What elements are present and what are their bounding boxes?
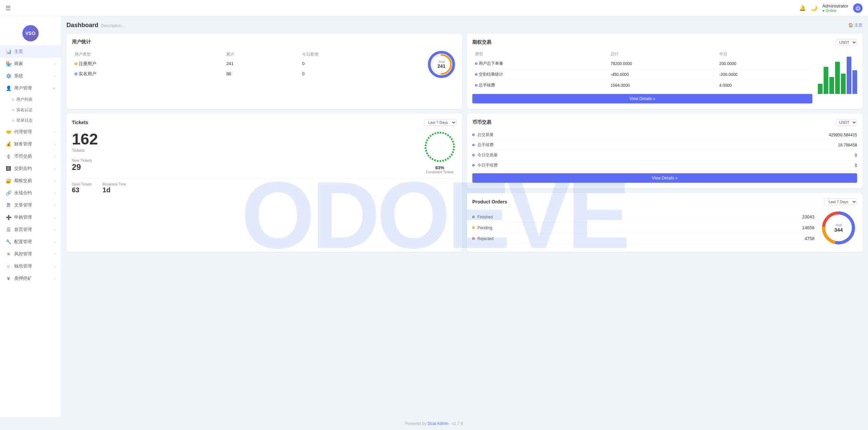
order-label: Pending — [477, 226, 800, 230]
sidebar-item-label: 交割合约 — [14, 165, 32, 172]
orders-total: 344 — [834, 227, 843, 233]
sidebar-item-futures[interactable]: 🔐 期权交易 › — [0, 175, 61, 187]
sidebar-item-perpetual[interactable]: 🔗 永续合约 › — [0, 187, 61, 199]
coin-row: 总交易量 429950.584415 — [472, 130, 857, 140]
topbar: ☰ 🔔 🌙 Administrator ● Online ⏻ — [0, 0, 868, 16]
coin-row: 今日手续费 0 — [472, 160, 857, 171]
apply-icon: ➕ — [5, 215, 12, 220]
user-total-cell: 241 — [223, 59, 299, 69]
logo-circle: VSO — [22, 25, 39, 41]
tickets-label: Tickets — [72, 148, 416, 153]
open-tickets-value: 63 — [72, 186, 92, 194]
sidebar-item-user-mgmt[interactable]: 👤 用户管理 ∨ — [0, 82, 61, 94]
bar — [847, 57, 851, 94]
dot-icon — [12, 120, 14, 122]
sidebar-item-wallet-mgmt[interactable]: ○ 钱包管理 › — [0, 260, 61, 272]
sidebar-item-config-mgmt[interactable]: 🔧 配置管理 › — [0, 236, 61, 248]
user-type-cell: 实名用户 — [72, 69, 223, 79]
coin-label: 总手续费 — [477, 142, 838, 148]
sidebar-item-risk-mgmt[interactable]: ≡ 风控管理 › — [0, 248, 61, 260]
content-icon: 🖹 — [5, 202, 12, 208]
sidebar-item-label: 期权交易 — [14, 178, 32, 184]
col-today: 今日 — [716, 50, 812, 58]
home-icon: ☰ — [5, 227, 12, 232]
sidebar-item-label: 财务管理 — [14, 141, 32, 147]
sidebar-subitem-login-log[interactable]: 登录日志 — [0, 115, 61, 126]
sidebar-subitem-label: 用户列表 — [16, 97, 33, 102]
menu-icon[interactable]: ☰ — [5, 4, 11, 12]
col-total: 总计 — [608, 50, 717, 58]
sidebar-subitem-label: 登录日志 — [16, 118, 33, 123]
sidebar-subitem-real-name[interactable]: 实名认证 — [0, 105, 61, 115]
sidebar-item-label: 永续合约 — [14, 190, 32, 196]
home-link[interactable]: 🏠 主页 — [848, 22, 863, 28]
chevron-right-icon: › — [54, 167, 55, 171]
chevron-right-icon: › — [54, 155, 55, 158]
coin-label: 今日交易量 — [477, 152, 855, 158]
coin-value: 429950.584415 — [829, 133, 857, 137]
coin-view-details-button[interactable]: View Details » — [472, 173, 857, 183]
sidebar-item-coin-trade[interactable]: ₿ 币币交易 › — [0, 150, 61, 162]
sidebar-item-merchant[interactable]: 🏪 商家 › — [0, 58, 61, 70]
futures-label-cell: 交割结果统计 — [472, 69, 608, 80]
sidebar-item-system[interactable]: ⚙️ 系统 › — [0, 70, 61, 82]
coin-dot — [472, 134, 475, 136]
risk-icon: ≡ — [5, 251, 12, 257]
coin-row: 总手续费 18.798458 — [472, 140, 857, 150]
futures-currency-select[interactable]: USDT — [835, 39, 857, 46]
tickets-filter-select[interactable]: Last 7 Days — [424, 119, 457, 126]
futures-row: 总手续费 1564.0000 4.0000 — [472, 80, 812, 91]
sidebar-item-contract[interactable]: 🅱 交割合约 › — [0, 162, 61, 175]
coin-label: 总交易量 — [477, 132, 829, 138]
sidebar-item-mining[interactable]: ¥ 质押挖矿 › — [0, 272, 61, 285]
bottom-grid: Tickets Last 7 Days 162 Tickets New Tick… — [66, 114, 863, 252]
futures-today-cell: 4.0000 — [716, 80, 812, 91]
topbar-right: 🔔 🌙 Administrator ● Online ⏻ — [799, 3, 863, 13]
sidebar-item-home-mgmt[interactable]: ☰ 首页管理 › — [0, 223, 61, 236]
moon-icon[interactable]: 🌙 — [811, 5, 817, 11]
content-area: Dashboard Description... 🏠 主页 用户统计 用户 — [61, 16, 868, 417]
coin-currency-select[interactable]: USDT — [835, 119, 857, 126]
sidebar-item-content-mgmt[interactable]: 🖹 文章管理 › — [0, 199, 61, 211]
user-stats-table: 用户类型 累计 今日新增 注册用户 241 0 实名用户 88 0 — [72, 50, 421, 79]
futures-trading-card: 期权交易 USDT 类型 总计 今日 — [467, 34, 863, 109]
sidebar-item-label: 商家 — [14, 61, 23, 67]
sidebar-item-label: 代理管理 — [14, 129, 32, 135]
power-button[interactable]: ⏻ — [853, 3, 863, 13]
sidebar-subitem-user-list[interactable]: 用户列表 — [0, 94, 61, 105]
order-row: Finished 23043 — [472, 212, 814, 222]
chevron-right-icon: › — [54, 252, 55, 256]
futures-bar-chart — [818, 50, 857, 94]
order-row: Rejected 4758 — [472, 233, 814, 244]
futures-label-cell: 总手续费 — [472, 80, 608, 91]
chevron-right-icon: › — [54, 240, 55, 244]
coin-dot — [472, 144, 475, 146]
sidebar-logo: VSO — [0, 20, 61, 45]
bell-icon[interactable]: 🔔 — [799, 5, 806, 11]
sidebar-item-dashboard[interactable]: 📊 主页 — [0, 45, 61, 58]
main-layout: VSO 📊 主页 🏪 商家 › ⚙️ 系统 › 👤 用户管理 ∨ 用户列表 — [0, 16, 868, 417]
chevron-right-icon: › — [54, 74, 55, 78]
sidebar-item-label: 质押挖矿 — [14, 275, 32, 281]
user-total-cell: 88 — [223, 69, 299, 79]
orders-filter-select[interactable]: Last 7 Days — [824, 198, 857, 205]
response-time-value: 1d — [102, 186, 126, 194]
footer-version: · v1.7.8 — [450, 421, 463, 426]
bar — [824, 67, 828, 94]
top-grid: 用户统计 用户类型 累计 今日新增 — [66, 34, 863, 109]
sidebar-item-apply-mgmt[interactable]: ➕ 申购管理 › — [0, 211, 61, 223]
chevron-right-icon: › — [54, 62, 55, 66]
futures-icon: 🔐 — [5, 178, 12, 183]
user-stats-card: 用户统计 用户类型 累计 今日新增 — [66, 34, 462, 109]
col-type: 类型 — [472, 50, 608, 58]
order-row: Pending 14658 — [472, 222, 814, 233]
user-type-cell: 注册用户 — [72, 59, 223, 69]
footer-link[interactable]: Dcat Admin — [428, 421, 448, 426]
futures-view-details-button[interactable]: View Details » — [472, 94, 812, 103]
page-description: Description... — [101, 23, 125, 28]
order-dot — [472, 216, 475, 218]
sidebar-item-finance[interactable]: 💰 财务管理 › — [0, 138, 61, 150]
futures-today-cell: -200.0000 — [716, 69, 812, 80]
sidebar-item-proxy-mgmt[interactable]: 🤝 代理管理 › — [0, 126, 61, 138]
dot-icon — [12, 109, 14, 111]
